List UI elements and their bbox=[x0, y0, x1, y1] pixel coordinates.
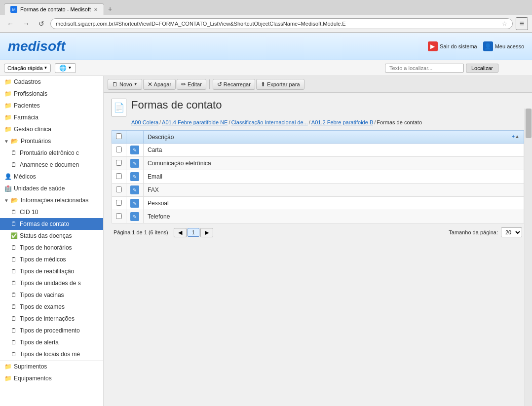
prev-page-btn[interactable]: ◀ bbox=[174, 228, 187, 237]
content-area: 🗒 Novo ▼ ✕ Apagar ✏ Editar ↺ Recarregar … bbox=[104, 76, 532, 406]
sidebar: 📁 Cadastros 📁 Profissionais 📁 Pacientes … bbox=[0, 76, 104, 406]
sidebar-item-tipos-procedimentos[interactable]: 🗒 Tipos de procedimento bbox=[0, 325, 103, 336]
row-edit-btn[interactable]: ✎ bbox=[130, 185, 139, 194]
sidebar-item-suprimentos[interactable]: 📁 Suprimentos bbox=[0, 360, 103, 372]
novo-dropdown-icon: ▼ bbox=[134, 82, 138, 86]
row-checkbox[interactable] bbox=[116, 186, 122, 192]
sidebar-item-label: Médicos bbox=[14, 173, 36, 180]
browser-scrollbar[interactable] bbox=[525, 109, 532, 406]
row-edit-btn[interactable]: ✎ bbox=[130, 212, 139, 221]
apagar-btn[interactable]: ✕ Apagar bbox=[143, 79, 176, 90]
row-edit-btn[interactable]: ✎ bbox=[130, 172, 139, 181]
page-size-select[interactable]: 20 bbox=[501, 227, 522, 237]
table-row: ✎ Pessoal bbox=[112, 197, 524, 210]
sidebar-item-label: Tipos de vacinas bbox=[20, 292, 64, 298]
user-icon: 👤 bbox=[4, 173, 12, 181]
row-edit-btn[interactable]: ✎ bbox=[130, 199, 139, 208]
active-tab[interactable]: M Formas de contato - Medisoft ✕ bbox=[4, 3, 104, 15]
new-tab-btn[interactable]: + bbox=[104, 3, 116, 15]
sort-icon[interactable]: ▲ bbox=[515, 134, 520, 139]
sidebar-item-profissionais[interactable]: 📁 Profissionais bbox=[0, 88, 103, 100]
sidebar-item-label: Tipos de locais dos mé bbox=[20, 351, 80, 358]
sidebar-item-equipamentos[interactable]: 📁 Equipamentos bbox=[0, 372, 103, 384]
sidebar-item-pacientes[interactable]: 📁 Pacientes bbox=[0, 100, 103, 111]
sidebar-item-informacoes[interactable]: ▼ 📂 Informações relacionadas bbox=[0, 194, 103, 206]
refresh-btn[interactable]: ↺ bbox=[36, 19, 47, 29]
page-size-control: Tamanho da página: 20 bbox=[449, 227, 522, 237]
sidebar-item-farmacia[interactable]: 📁 Farmácia bbox=[0, 111, 103, 123]
sidebar-item-label: Unidades de saúde bbox=[14, 185, 65, 192]
sidebar-item-cid10[interactable]: 🗒 CID 10 bbox=[0, 206, 103, 218]
sidebar-item-tipos-honorarios[interactable]: 🗒 Tipos de honorários bbox=[0, 242, 103, 254]
row-checkbox-cell bbox=[112, 197, 126, 210]
row-edit-cell: ✎ bbox=[126, 170, 144, 184]
sidebar-item-prontuarios[interactable]: ▼ 📂 Prontuários bbox=[0, 135, 103, 147]
search-btn[interactable]: Localizar bbox=[466, 64, 498, 73]
sidebar-item-tipos-locais[interactable]: 🗒 Tipos de locais dos mé bbox=[0, 348, 103, 360]
sidebar-item-tipos-alerta[interactable]: 🗒 Tipos de alerta bbox=[0, 336, 103, 348]
recarregar-btn[interactable]: ↺ Recarregar bbox=[213, 79, 255, 90]
tab-bar: M Formas de contato - Medisoft ✕ + bbox=[0, 0, 532, 15]
row-checkbox[interactable] bbox=[116, 200, 122, 206]
breadcrumb-link-3[interactable]: A01.2 Febre paratifoide B bbox=[311, 119, 373, 125]
row-checkbox[interactable] bbox=[116, 173, 122, 179]
table-row: ✎ Comunicação eletrônica bbox=[112, 157, 524, 170]
access-btn[interactable]: 👤 Meu acesso bbox=[483, 41, 524, 51]
exportar-btn[interactable]: ⬆ Exportar para bbox=[256, 79, 304, 90]
editar-label: Editar bbox=[188, 81, 202, 87]
back-btn[interactable]: ← bbox=[4, 19, 17, 29]
sidebar-item-label: Anamnese e documen bbox=[20, 161, 79, 168]
sidebar-item-tipos-reabilitacao[interactable]: 🗒 Tipos de reabilitação bbox=[0, 265, 103, 277]
sidebar-item-tipos-exames[interactable]: 🗒 Tipos de exames bbox=[0, 301, 103, 313]
row-edit-btn[interactable]: ✎ bbox=[130, 159, 139, 168]
breadcrumb-link-1[interactable]: A01.4 Febre paratifoide NE bbox=[162, 119, 228, 125]
sidebar-item-tipos-medicos[interactable]: 🗒 Tipos de médicos bbox=[0, 254, 103, 265]
breadcrumb-sep-2: / bbox=[309, 119, 310, 125]
star-icon: ☆ bbox=[502, 20, 507, 27]
sidebar-item-label: CID 10 bbox=[20, 209, 38, 216]
table-row: ✎ Telefone bbox=[112, 210, 524, 223]
address-bar[interactable]: medisoft.sigaerp.com.br/#ShortcutViewID=… bbox=[50, 18, 513, 29]
select-all-checkbox[interactable] bbox=[116, 133, 122, 139]
table-row: ✎ Email bbox=[112, 170, 524, 184]
search-input[interactable] bbox=[385, 64, 464, 73]
sidebar-item-formas-contato[interactable]: 🗒 Formas de contato bbox=[0, 218, 103, 230]
sidebar-item-tipos-vacinas[interactable]: 🗒 Tipos de vacinas bbox=[0, 289, 103, 301]
toolbar-separator bbox=[209, 79, 210, 89]
apagar-icon: ✕ bbox=[148, 81, 152, 88]
sidebar-item-cadastros[interactable]: 📁 Cadastros bbox=[0, 76, 103, 88]
row-checkbox[interactable] bbox=[116, 147, 122, 152]
row-edit-cell: ✎ bbox=[126, 184, 144, 197]
next-page-btn[interactable]: ▶ bbox=[200, 228, 213, 237]
sidebar-item-status-doencas[interactable]: ✅ Status das doenças bbox=[0, 230, 103, 242]
breadcrumb-link-2[interactable]: Classificação Internacional de... bbox=[231, 119, 307, 125]
breadcrumb-link-0[interactable]: A00 Colera bbox=[131, 119, 158, 125]
table-row: ✎ FAX bbox=[112, 184, 524, 197]
expand-icon: ▼ bbox=[4, 198, 9, 203]
tab-close-btn[interactable]: ✕ bbox=[94, 7, 98, 12]
page-size-label: Tamanho da página: bbox=[449, 229, 498, 235]
row-checkbox[interactable] bbox=[116, 160, 122, 166]
sidebar-item-tipos-internacoes[interactable]: 🗒 Tipos de internações bbox=[0, 313, 103, 325]
sidebar-item-anamnese[interactable]: 🗒 Anamnese e documen bbox=[0, 159, 103, 171]
novo-btn[interactable]: 🗒 Novo ▼ bbox=[108, 79, 142, 90]
sidebar-item-prontuario-eletronico[interactable]: 🗒 Prontuário eletrônico c bbox=[0, 147, 103, 159]
sidebar-item-unidades-saude[interactable]: 🏥 Unidades de saúde bbox=[0, 183, 103, 194]
exit-btn[interactable]: ▶ Sair do sistema bbox=[428, 41, 477, 51]
row-edit-btn[interactable]: ✎ bbox=[130, 146, 139, 154]
globe-btn[interactable]: 🌐 ▼ bbox=[55, 63, 76, 73]
add-column-icon[interactable]: + bbox=[512, 134, 515, 139]
header-actions: ▶ Sair do sistema 👤 Meu acesso bbox=[428, 41, 524, 51]
sidebar-item-gestao-clinica[interactable]: 📁 Gestão clínica bbox=[0, 123, 103, 135]
row-checkbox[interactable] bbox=[116, 213, 122, 219]
row-descricao: Carta bbox=[144, 144, 524, 157]
quick-creation-dropdown[interactable]: Criação rápida ▼ bbox=[4, 64, 51, 73]
browser-menu-btn[interactable]: ≡ bbox=[516, 17, 528, 30]
doc-icon: 🗒 bbox=[10, 350, 18, 358]
row-checkbox-cell bbox=[112, 170, 126, 184]
sidebar-item-tipos-unidades[interactable]: 🗒 Tipos de unidades de s bbox=[0, 277, 103, 289]
forward-btn[interactable]: → bbox=[20, 19, 33, 29]
dropdown-arrow-icon: ▼ bbox=[44, 66, 48, 70]
sidebar-item-medicos[interactable]: 👤 Médicos bbox=[0, 171, 103, 183]
editar-btn[interactable]: ✏ Editar bbox=[177, 79, 206, 90]
